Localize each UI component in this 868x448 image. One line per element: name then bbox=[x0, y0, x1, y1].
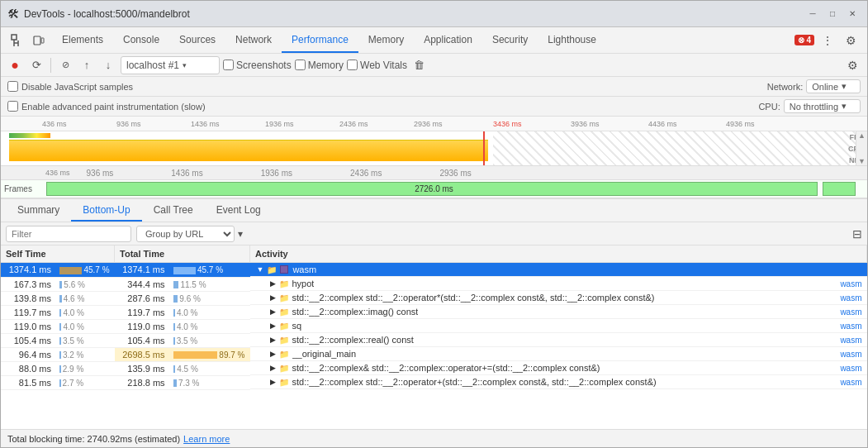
tab-call-tree[interactable]: Call Tree bbox=[142, 199, 205, 222]
total-pct-bar bbox=[173, 295, 178, 303]
wasm-link[interactable]: wasm bbox=[840, 279, 861, 288]
expand-arrow[interactable]: ▶ bbox=[270, 350, 276, 358]
activity-cell: ▶📁__original_mainwasm bbox=[250, 347, 867, 361]
clear-button[interactable]: 🗑 bbox=[410, 57, 428, 73]
table-row[interactable]: 119.0 ms4.0 %119.0 ms4.0 %▶📁sqwasm bbox=[1, 319, 867, 333]
activity-name: sq bbox=[292, 321, 302, 331]
table-row[interactable]: 167.3 ms5.6 %344.4 ms11.5 %▶📁hypotwasm bbox=[1, 277, 867, 291]
reload-profile-button[interactable]: ⟳ bbox=[27, 56, 45, 74]
data-table[interactable]: Self Time Total Time Activity 1374.1 ms4… bbox=[1, 245, 867, 429]
filter-input[interactable] bbox=[6, 226, 131, 242]
tick-1436: 1436 ms bbox=[191, 120, 220, 128]
enable-paint-checkbox[interactable] bbox=[7, 101, 18, 112]
wasm-link[interactable]: wasm bbox=[840, 322, 861, 331]
table-row[interactable]: 105.4 ms3.5 %105.4 ms3.5 %▶📁std::__2::co… bbox=[1, 333, 867, 347]
timeline-scroll[interactable]: ▲ ▼ bbox=[856, 131, 867, 165]
upload-button[interactable]: ↑ bbox=[78, 56, 96, 74]
timeline-ruler-1[interactable]: 436 ms 936 ms 1436 ms 1936 ms 2436 ms 29… bbox=[1, 117, 867, 131]
device-toolbar-button[interactable] bbox=[29, 31, 49, 50]
table-row[interactable]: 1374.1 ms45.7 %1374.1 ms45.7 %▼📁wasm bbox=[1, 263, 867, 278]
wasm-link[interactable]: wasm bbox=[840, 336, 861, 345]
activity-cell: ▶📁std::__2::complex::imag() constwasm bbox=[250, 305, 867, 319]
folder-icon: 📁 bbox=[279, 378, 289, 387]
self-pct-bar bbox=[59, 295, 62, 303]
scroll-up-arrow[interactable]: ▲ bbox=[858, 131, 866, 140]
expand-arrow[interactable]: ▶ bbox=[270, 364, 276, 372]
web-vitals-checkbox[interactable] bbox=[347, 60, 358, 70]
expand-arrow[interactable]: ▼ bbox=[257, 265, 264, 274]
expand-arrow[interactable]: ▶ bbox=[270, 336, 276, 344]
tab-bottom-up[interactable]: Bottom-Up bbox=[71, 199, 141, 222]
expand-arrow[interactable]: ▶ bbox=[270, 279, 276, 288]
total-pct-text: 9.6 % bbox=[179, 294, 201, 303]
url-text: localhost #1 bbox=[126, 60, 179, 71]
tab-security[interactable]: Security bbox=[482, 27, 538, 53]
minimize-button[interactable]: ─ bbox=[804, 6, 821, 22]
maximize-button[interactable]: □ bbox=[824, 6, 841, 22]
total-pct-cell: 89.7 % bbox=[168, 347, 250, 361]
settings-button[interactable]: ⚙ bbox=[841, 31, 861, 50]
table-row[interactable]: 96.4 ms3.2 %2698.5 ms89.7 %▶📁__original_… bbox=[1, 347, 867, 361]
enable-paint-label[interactable]: Enable advanced paint instrumentation (s… bbox=[7, 101, 206, 112]
network-dropdown[interactable]: Online ▾ bbox=[806, 79, 861, 93]
record-button[interactable]: ● bbox=[6, 56, 24, 74]
stop-button[interactable]: ⊘ bbox=[56, 56, 74, 74]
svg-rect-0 bbox=[12, 35, 17, 40]
tab-network[interactable]: Network bbox=[225, 27, 282, 53]
table-row[interactable]: 81.5 ms2.7 %218.8 ms7.3 %▶📁std::__2::com… bbox=[1, 375, 867, 389]
download-button[interactable]: ↓ bbox=[99, 56, 117, 74]
wasm-link[interactable]: wasm bbox=[840, 350, 861, 359]
disable-js-samples-label[interactable]: Disable JavaScript samples bbox=[7, 81, 133, 92]
tick2-1936: 1936 ms bbox=[261, 169, 292, 178]
timeline-tracks[interactable]: FPS CPU NET ▲ ▼ bbox=[1, 131, 867, 165]
table-row[interactable]: 139.8 ms4.6 %287.6 ms9.6 %▶📁std::__2::co… bbox=[1, 291, 867, 305]
scroll-down-arrow[interactable]: ▼ bbox=[858, 157, 866, 165]
activity-name: wasm bbox=[292, 265, 316, 274]
total-time-cell: 344.4 ms bbox=[115, 277, 168, 291]
expand-panel-button[interactable]: ⊟ bbox=[852, 227, 862, 241]
screenshots-checkbox-label[interactable]: Screenshots bbox=[223, 60, 292, 71]
wasm-link[interactable]: wasm bbox=[840, 307, 861, 317]
disable-js-samples-checkbox[interactable] bbox=[7, 81, 18, 92]
cpu-dropdown[interactable]: No throttling ▾ bbox=[784, 99, 861, 113]
tab-summary[interactable]: Summary bbox=[6, 199, 71, 222]
close-button[interactable]: ✕ bbox=[844, 6, 861, 22]
group-by-dropdown[interactable]: Group by URL bbox=[136, 226, 235, 242]
memory-checkbox-label[interactable]: Memory bbox=[295, 60, 344, 71]
screenshots-checkbox[interactable] bbox=[223, 60, 234, 70]
self-pct-cell: 4.0 % bbox=[55, 319, 115, 333]
tick-4436: 4436 ms bbox=[648, 120, 677, 128]
activity-name: std::__2::complex::imag() const bbox=[292, 307, 419, 317]
tab-memory[interactable]: Memory bbox=[358, 27, 414, 53]
expand-arrow[interactable]: ▶ bbox=[270, 378, 276, 386]
table-row[interactable]: 88.0 ms2.9 %135.9 ms4.5 %▶📁std::__2::com… bbox=[1, 361, 867, 375]
settings-gear-button[interactable]: ⚙ bbox=[842, 55, 862, 75]
tick2-1436: 1436 ms bbox=[171, 169, 202, 178]
tab-elements[interactable]: Elements bbox=[52, 27, 113, 53]
inspect-element-button[interactable] bbox=[7, 31, 27, 50]
tab-event-log[interactable]: Event Log bbox=[205, 199, 273, 222]
tab-sources[interactable]: Sources bbox=[169, 27, 225, 53]
tab-performance[interactable]: Performance bbox=[282, 27, 358, 53]
folder-icon: 📁 bbox=[279, 336, 289, 345]
memory-checkbox[interactable] bbox=[295, 60, 306, 70]
activity-name: std::__2::complex std::__2::operator*(st… bbox=[292, 293, 655, 303]
expand-arrow[interactable]: ▶ bbox=[270, 307, 276, 316]
tab-lighthouse[interactable]: Lighthouse bbox=[538, 27, 606, 53]
wasm-link[interactable]: wasm bbox=[840, 293, 861, 303]
table-row[interactable]: 119.7 ms4.0 %119.7 ms4.0 %▶📁std::__2::co… bbox=[1, 305, 867, 319]
timeline-ruler-2[interactable]: 436 ms 936 ms 1436 ms 1936 ms 2436 ms 29… bbox=[1, 165, 867, 180]
wasm-link[interactable]: wasm bbox=[840, 364, 861, 373]
url-dropdown-icon[interactable]: ▾ bbox=[183, 61, 187, 69]
wasm-link[interactable]: wasm bbox=[840, 378, 861, 387]
tab-console[interactable]: Console bbox=[113, 27, 169, 53]
total-pct-bar bbox=[173, 365, 176, 373]
self-pct-bar bbox=[59, 365, 61, 373]
expand-arrow[interactable]: ▶ bbox=[270, 293, 276, 302]
customize-button[interactable]: ⋮ bbox=[818, 31, 837, 50]
tab-application[interactable]: Application bbox=[414, 27, 482, 53]
learn-more-link[interactable]: Learn more bbox=[183, 434, 230, 444]
expand-arrow[interactable]: ▶ bbox=[270, 322, 276, 330]
web-vitals-checkbox-label[interactable]: Web Vitals bbox=[347, 60, 407, 71]
tick2-936: 936 ms bbox=[87, 169, 114, 178]
